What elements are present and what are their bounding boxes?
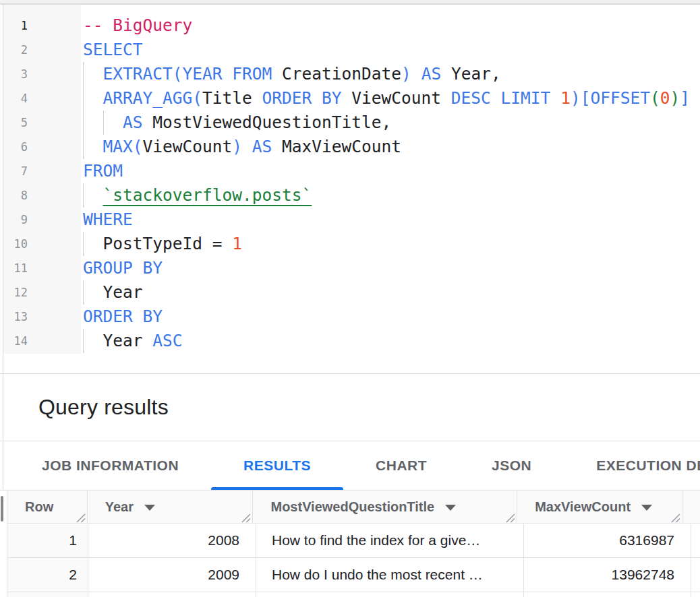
editor-code-area[interactable]: -- BigQuerySELECT EXTRACT(YEAR FROM Crea… xyxy=(83,5,700,373)
sort-dropdown-icon[interactable] xyxy=(641,505,652,511)
results-table: RowYearMostViewedQuestionTitleMaxViewCou… xyxy=(7,491,700,597)
code-line[interactable]: AS MostViewedQuestionTitle, xyxy=(83,111,700,135)
table-reference-link[interactable]: `stackoverflow.posts` xyxy=(103,185,312,205)
table-cell: 6316987 xyxy=(524,524,691,558)
line-number: 6 xyxy=(3,135,28,159)
code-token: AS xyxy=(123,113,143,132)
code-token: FROM xyxy=(83,161,123,181)
column-resize-handle[interactable] xyxy=(504,511,515,522)
code-token: 1 xyxy=(232,234,242,253)
column-resize-handle[interactable] xyxy=(670,511,680,522)
table-cell: 13962748 xyxy=(524,558,691,592)
code-token: ViewCount xyxy=(143,137,233,156)
column-resize-handle[interactable] xyxy=(240,511,251,522)
code-token: )[ xyxy=(571,88,591,108)
line-number: 1 xyxy=(3,13,28,38)
indent-guide xyxy=(83,135,103,159)
code-token: Year xyxy=(103,282,143,302)
code-token: GROUP BY xyxy=(83,258,163,278)
line-number: 11 xyxy=(3,256,28,280)
table-row: 22009How do I undo the most recent …1396… xyxy=(7,558,700,592)
table-cell xyxy=(7,592,88,597)
code-token: ( xyxy=(173,64,183,84)
indent-guide xyxy=(83,111,103,135)
column-header-year[interactable]: Year xyxy=(88,491,254,524)
column-header-mostviewedquestiontitle[interactable]: MostViewedQuestionTitle xyxy=(253,491,517,524)
line-number: 12 xyxy=(3,280,28,305)
code-line[interactable]: -- BigQuery xyxy=(83,13,700,38)
panel-left-border xyxy=(3,5,3,491)
code-token: DESC xyxy=(451,88,491,108)
code-token: ) xyxy=(401,64,411,84)
indent-guide xyxy=(83,86,103,111)
code-line[interactable]: MAX(ViewCount) AS MaxViewCount xyxy=(83,135,700,159)
line-number: 7 xyxy=(3,159,28,183)
code-line[interactable]: PostTypeId = 1 xyxy=(83,232,700,256)
code-token: 0 xyxy=(660,88,670,108)
code-token xyxy=(242,137,252,156)
code-token: ] xyxy=(680,88,690,108)
code-token: ( xyxy=(650,88,660,108)
indent-guide xyxy=(83,183,103,208)
column-header-maxviewcount[interactable]: MaxViewCount xyxy=(517,491,682,524)
code-token: Year, xyxy=(441,64,501,84)
table-cell: How do I undo the most recent … xyxy=(256,558,524,592)
code-line[interactable]: `stackoverflow.posts` xyxy=(83,183,700,208)
sort-dropdown-icon[interactable] xyxy=(445,505,456,511)
code-line[interactable]: ORDER BY xyxy=(83,305,700,329)
indent-guide xyxy=(103,111,123,135)
column-resize-handle[interactable] xyxy=(75,511,86,522)
code-token: MAX xyxy=(103,137,133,156)
line-number: 10 xyxy=(3,232,28,256)
sort-dropdown-icon[interactable] xyxy=(144,505,155,511)
indent-guide xyxy=(83,329,103,353)
table-header-row: RowYearMostViewedQuestionTitleMaxViewCou… xyxy=(7,491,700,524)
code-token: CreationDate xyxy=(272,64,401,84)
code-token: ARRAY_AGG xyxy=(103,88,193,108)
results-tab-bar: JOB INFORMATIONRESULTSCHARTJSONEXECUTION… xyxy=(0,441,700,491)
code-line[interactable]: WHERE xyxy=(83,208,700,232)
query-results-header: Query results xyxy=(0,374,700,441)
code-token: ORDER BY xyxy=(262,88,342,108)
line-number: 9 xyxy=(3,208,28,232)
editor-gutter: 1234567891011121314 xyxy=(3,5,81,354)
code-token: AS xyxy=(252,137,272,156)
code-token: 1 xyxy=(560,88,571,108)
code-line[interactable]: ARRAY_AGG(Title ORDER BY ViewCount DESC … xyxy=(83,86,700,111)
table-row-partial xyxy=(7,592,700,597)
line-number: 8 xyxy=(3,183,28,208)
sql-editor[interactable]: 1234567891011121314 -- BigQuerySELECT EX… xyxy=(0,5,700,374)
tab-chart[interactable]: CHART xyxy=(343,441,459,490)
code-token: ( xyxy=(133,137,143,156)
code-line[interactable]: EXTRACT(YEAR FROM CreationDate) AS Year, xyxy=(83,62,700,86)
tab-json[interactable]: JSON xyxy=(459,441,564,490)
column-header-label: Row xyxy=(25,499,53,515)
tab-label: JSON xyxy=(492,458,531,474)
code-token: LIMIT xyxy=(501,88,551,108)
code-token xyxy=(550,88,560,108)
line-number: 2 xyxy=(3,38,28,62)
table-body: 12008How to find the index for a give…63… xyxy=(7,524,700,597)
code-token: ORDER BY xyxy=(83,307,163,326)
code-token: AS xyxy=(421,64,442,84)
line-number: 3 xyxy=(3,62,28,86)
code-line[interactable]: FROM xyxy=(83,159,700,183)
table-cell: 2 xyxy=(7,558,88,592)
tab-results[interactable]: RESULTS xyxy=(211,441,343,490)
scrollbar-thumb[interactable] xyxy=(1,496,3,522)
column-header-label: MostViewedQuestionTitle xyxy=(270,499,434,515)
code-line[interactable]: Year xyxy=(83,280,700,305)
code-line[interactable]: SELECT xyxy=(83,38,700,62)
code-token: MaxViewCount xyxy=(272,137,401,156)
indent-guide xyxy=(83,232,103,256)
code-token: MostViewedQuestionTitle, xyxy=(143,113,392,132)
active-tab-indicator xyxy=(211,487,343,490)
tab-execution-details[interactable]: EXECUTION DETAILS xyxy=(564,441,700,490)
code-line[interactable]: GROUP BY xyxy=(83,256,700,280)
code-line[interactable]: Year ASC xyxy=(83,329,700,353)
column-header-row[interactable]: Row xyxy=(7,491,88,524)
tab-job-information[interactable]: JOB INFORMATION xyxy=(9,441,211,490)
header-filler-cell xyxy=(682,491,700,524)
tab-label: CHART xyxy=(376,458,427,474)
query-results-title: Query results xyxy=(38,395,169,420)
